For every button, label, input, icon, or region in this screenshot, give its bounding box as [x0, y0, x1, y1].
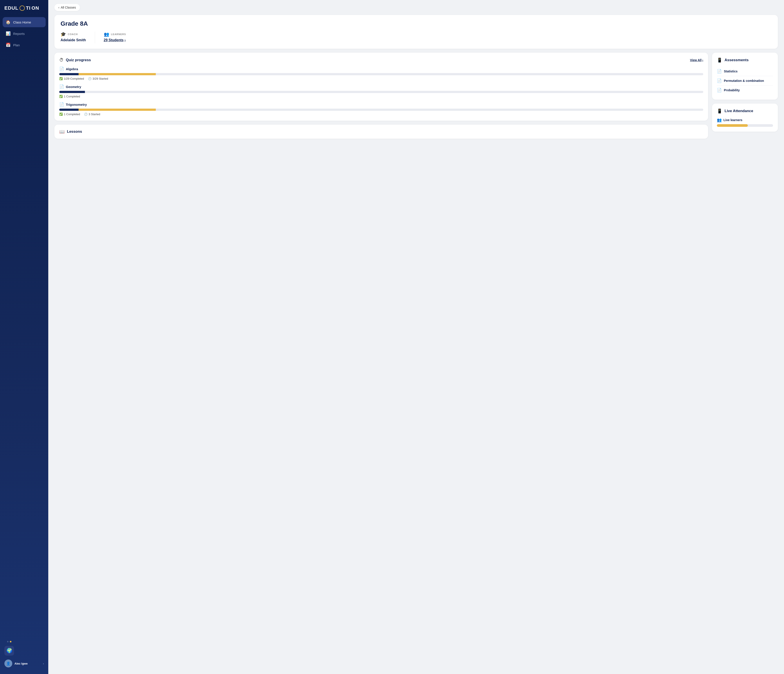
two-col-layout: ⏱ Quiz progress View All › 📄 Algebra [54, 53, 778, 139]
assessments-card: 📱 Assessments 📄 Statistics 📄 Permutation… [712, 53, 778, 100]
algebra-stats: ✅ 1/29 Completed 🕐 3/29 Started [59, 77, 703, 80]
chevron-right-icon: › [43, 662, 44, 665]
user-profile-row[interactable]: 👤 Alec Igwe › [3, 658, 46, 669]
live-learners-bar-bg [717, 124, 773, 127]
geometry-completed-bar [59, 91, 85, 93]
left-column: ⏱ Quiz progress View All › 📄 Algebra [54, 53, 708, 139]
main-content: ‹ All Classes Grade 8A 🎓 COACH Adelaide … [48, 0, 784, 674]
learners-block: 👥 LEARNERS 29 Students › [104, 31, 126, 42]
plan-icon: 📅 [6, 42, 11, 47]
coach-label: COACH [68, 33, 78, 36]
permutation-doc-icon: 📄 [717, 78, 722, 83]
assessments-title: Assessments [725, 58, 749, 62]
learners-link[interactable]: 29 Students › [104, 38, 126, 42]
dot-indicators [3, 641, 16, 643]
avatar: 👤 [5, 660, 12, 668]
probability-doc-icon: 📄 [717, 88, 722, 93]
algebra-completed-bar [59, 73, 79, 75]
africa-badge[interactable]: 🌍 [5, 646, 14, 655]
quiz-item-algebra: 📄 Algebra ✅ 1/29 Completed [59, 67, 703, 80]
geometry-doc-icon: 📄 [59, 84, 64, 89]
reports-icon: 📊 [6, 31, 11, 36]
permutation-name: Permutation & combination [724, 79, 764, 82]
home-icon: 🏠 [6, 20, 11, 25]
view-all-link[interactable]: View All › [690, 58, 703, 62]
geometry-name: Geometry [66, 85, 81, 89]
coach-name: Adelaide Smith [61, 38, 86, 42]
class-header-card: Grade 8A 🎓 COACH Adelaide Smith 👥 LEARNE… [54, 15, 778, 49]
clock-icon: 🕐 [84, 112, 87, 116]
quiz-progress-card: ⏱ Quiz progress View All › 📄 Algebra [54, 53, 708, 121]
trig-started-stat: 🕐 3 Started [84, 112, 100, 116]
assessments-header: 📱 Assessments [717, 58, 773, 63]
trig-started-bar [79, 109, 156, 111]
quiz-timer-icon: ⏱ [59, 58, 64, 62]
algebra-completed-stat: ✅ 1/29 Completed [59, 77, 84, 80]
quiz-progress-header: ⏱ Quiz progress View All › [59, 58, 703, 62]
assess-item-statistics[interactable]: 📄 Statistics [717, 67, 773, 76]
page-content: Grade 8A 🎓 COACH Adelaide Smith 👥 LEARNE… [48, 11, 784, 145]
africa-icon: 🌍 [6, 648, 12, 654]
learners-label: LEARNERS [111, 33, 126, 36]
check-icon: ✅ [59, 112, 63, 116]
coach-label-row: 🎓 COACH [61, 31, 86, 37]
coach-icon: 🎓 [61, 31, 66, 37]
live-learners-section: 👥 Live learners [717, 118, 773, 127]
sidebar-item-label: Reports [13, 32, 25, 36]
algebra-started-label: 3/29 Started [93, 77, 108, 80]
trig-completed-bar [59, 109, 79, 111]
sidebar-item-reports[interactable]: 📊 Reports [3, 28, 46, 39]
sidebar-bottom: 🌍 👤 Alec Igwe › [0, 637, 48, 671]
sidebar-item-label: Plan [13, 43, 20, 47]
live-learners-label: Live learners [723, 118, 742, 122]
right-column: 📱 Assessments 📄 Statistics 📄 Permutation… [712, 53, 778, 139]
assess-item-permutation[interactable]: 📄 Permutation & combination [717, 76, 773, 86]
live-attendance-card: 📱 Live Attendance 👥 Live learners [712, 104, 778, 132]
geometry-completed-label: 1 Completed [64, 95, 80, 98]
algebra-progress-bar [59, 73, 703, 75]
live-learners-bar-fill [717, 124, 748, 127]
trig-name: Trigonometry [66, 103, 87, 106]
lessons-title: Lessons [67, 129, 82, 134]
trig-completed-label: 1 Completed [64, 112, 80, 116]
trig-stats: ✅ 1 Completed 🕐 3 Started [59, 112, 703, 116]
quiz-item-trigonometry: 📄 Trigonometry ✅ 1 Completed [59, 102, 703, 116]
live-attend-device-icon: 📱 [717, 108, 722, 114]
trig-doc-icon: 📄 [59, 102, 64, 107]
app-logo: EDULTION [0, 5, 48, 17]
sidebar-item-label: Class Home [13, 20, 31, 24]
quiz-item-geometry: 📄 Geometry ✅ 1 Completed [59, 84, 703, 98]
lessons-card: 📖 Lessons [54, 125, 708, 139]
lessons-book-icon: 📖 [59, 129, 65, 134]
coach-block: 🎓 COACH Adelaide Smith [61, 31, 86, 42]
topbar: ‹ All Classes [48, 0, 784, 11]
algebra-started-bar [79, 73, 156, 75]
back-button[interactable]: ‹ All Classes [54, 4, 80, 11]
live-attendance-title: Live Attendance [725, 109, 753, 113]
assessments-device-icon: 📱 [717, 58, 722, 63]
geometry-progress-bar [59, 91, 703, 93]
sidebar-item-plan[interactable]: 📅 Plan [3, 40, 46, 50]
user-name: Alec Igwe [14, 662, 41, 665]
trig-completed-stat: ✅ 1 Completed [59, 112, 80, 116]
logo-globe-icon [20, 5, 25, 11]
quiz-progress-title: Quiz progress [66, 58, 91, 62]
trig-started-label: 3 Started [89, 112, 100, 116]
check-icon: ✅ [59, 77, 63, 80]
live-learners-icon: 👥 [717, 118, 722, 123]
algebra-started-stat: 🕐 3/29 Started [88, 77, 108, 80]
learners-value: 29 Students › [104, 38, 126, 42]
lessons-title-row: 📖 Lessons [59, 129, 703, 134]
sidebar-item-class-home[interactable]: 🏠 Class Home [3, 17, 46, 27]
assessments-list: 📄 Statistics 📄 Permutation & combination… [717, 67, 773, 95]
check-icon: ✅ [59, 95, 63, 98]
algebra-doc-icon: 📄 [59, 67, 64, 71]
sidebar-nav: 🏠 Class Home 📊 Reports 📅 Plan [0, 17, 48, 637]
trig-progress-bar [59, 109, 703, 111]
assess-item-probability[interactable]: 📄 Probability [717, 86, 773, 95]
statistics-name: Statistics [724, 70, 737, 73]
clock-icon: 🕐 [88, 77, 92, 80]
back-chevron-icon: ‹ [58, 6, 59, 9]
live-attendance-header: 📱 Live Attendance [717, 108, 773, 114]
dot-indicator-active [10, 641, 11, 643]
